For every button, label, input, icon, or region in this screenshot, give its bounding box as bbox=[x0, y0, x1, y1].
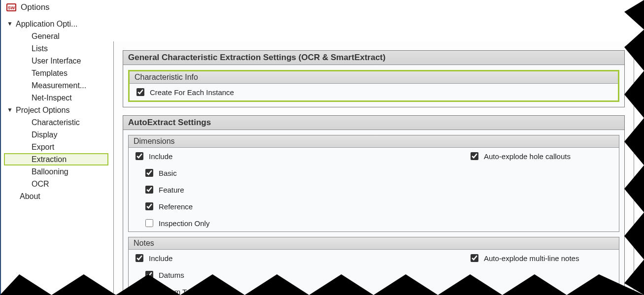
svg-text:SW: SW bbox=[8, 5, 15, 10]
checkbox-label: Auto-explode hole callouts bbox=[484, 152, 571, 161]
tree-item-user-interface[interactable]: User Interface bbox=[4, 55, 108, 67]
subpanel-title: Notes bbox=[129, 237, 619, 250]
checkbox-label: Inspection Only bbox=[159, 219, 209, 228]
checkbox-label: Datum Targets bbox=[159, 288, 206, 295]
checkbox-label: Include bbox=[149, 254, 172, 262]
checkbox-inspection-only[interactable] bbox=[145, 219, 153, 227]
tree-item-net-inspect[interactable]: Net-Inspect bbox=[4, 92, 108, 104]
checkbox-include-dimensions[interactable] bbox=[136, 152, 143, 160]
checkbox-datums[interactable] bbox=[145, 271, 153, 279]
tree-item-extraction[interactable]: Extraction bbox=[4, 153, 108, 165]
tree-item-export[interactable]: Export bbox=[4, 141, 108, 153]
tree-group-label: Application Opti... bbox=[16, 18, 77, 30]
checkbox-label: Basic bbox=[159, 169, 177, 177]
window-title: Options bbox=[21, 2, 50, 12]
options-tree: ▼ Application Opti... General Lists User… bbox=[1, 16, 109, 295]
subpanel-title: Dimensions bbox=[129, 135, 619, 148]
app-icon: SW bbox=[6, 2, 17, 13]
subpanel-dimensions: Dimensions Include Auto-explode hole cal… bbox=[128, 135, 619, 232]
panel-title: General Characteristic Extraction Settin… bbox=[123, 51, 624, 65]
chevron-down-icon: ▼ bbox=[7, 104, 14, 116]
checkbox-label: Datums bbox=[159, 271, 184, 279]
tree-item-general[interactable]: General bbox=[4, 30, 108, 42]
tree-item-characteristic[interactable]: Characteristic bbox=[4, 116, 108, 129]
tree-group-application-options[interactable]: ▼ Application Opti... bbox=[4, 18, 108, 30]
checkbox-feature[interactable] bbox=[145, 186, 153, 194]
subpanel-characteristic-info: Characteristic Info Create For Each Inst… bbox=[128, 70, 619, 102]
checkbox-label: Include bbox=[149, 152, 172, 161]
tree-item-templates[interactable]: Templates bbox=[4, 67, 108, 79]
tree-item-ballooning[interactable]: Ballooning bbox=[4, 165, 108, 178]
checkbox-label: Feature bbox=[159, 186, 184, 194]
tree-item-ocr[interactable]: OCR bbox=[4, 178, 108, 190]
checkbox-label: Auto-explode multi-line notes bbox=[484, 254, 579, 262]
tree-group-project-options[interactable]: ▼ Project Options bbox=[4, 104, 108, 116]
checkbox-basic[interactable] bbox=[145, 169, 153, 177]
chevron-down-icon: ▼ bbox=[7, 18, 14, 30]
tree-item-about[interactable]: About bbox=[4, 190, 108, 202]
panel-autoextract: AutoExtract Settings Dimensions Include … bbox=[123, 115, 625, 295]
checkbox-auto-explode-hole[interactable] bbox=[471, 152, 478, 160]
checkbox-label: Reference bbox=[159, 202, 193, 211]
titlebar: SW Options bbox=[1, 0, 644, 16]
subpanel-title: Characteristic Info bbox=[130, 71, 618, 84]
tree-item-display[interactable]: Display bbox=[4, 129, 108, 141]
panel-title: AutoExtract Settings bbox=[123, 116, 624, 130]
checkbox-create-for-each-instance[interactable] bbox=[136, 88, 144, 96]
subpanel-notes: Notes Include Auto-explode multi-line no… bbox=[128, 237, 619, 295]
checkbox-auto-explode-multiline[interactable] bbox=[471, 254, 478, 262]
tree-item-lists[interactable]: Lists bbox=[4, 42, 108, 55]
tree-item-measurement[interactable]: Measurement... bbox=[4, 79, 108, 92]
checkbox-datum-targets[interactable] bbox=[145, 288, 153, 295]
checkbox-reference[interactable] bbox=[145, 202, 153, 210]
checkbox-label: Create For Each Instance bbox=[150, 88, 234, 97]
tree-group-label: Project Options bbox=[16, 104, 69, 116]
checkbox-include-notes[interactable] bbox=[136, 254, 143, 262]
panel-general-extraction: General Characteristic Extraction Settin… bbox=[123, 50, 625, 107]
